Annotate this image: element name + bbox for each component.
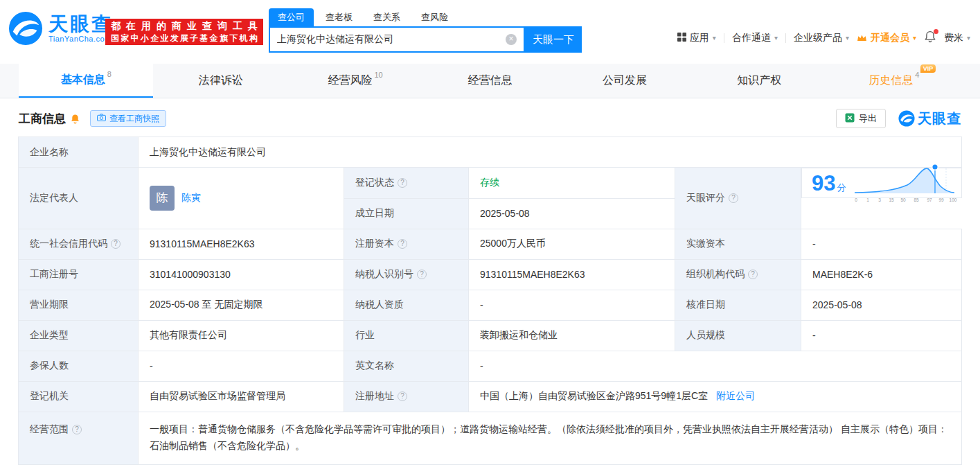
logo-domain-text: TianYanCha.com bbox=[48, 35, 113, 43]
help-icon[interactable]: ? bbox=[111, 239, 121, 249]
grid-icon bbox=[677, 33, 686, 44]
alert-bell-icon[interactable] bbox=[70, 114, 80, 124]
tianyancha-logo[interactable]: 天眼查 TianYanCha.com bbox=[8, 11, 113, 46]
export-button[interactable]: 导出 bbox=[836, 109, 886, 128]
tab-company-development[interactable]: 公司发展 bbox=[558, 64, 692, 98]
nav-partner-channel[interactable]: 合作通道 ▾ bbox=[732, 32, 778, 44]
nav-divider bbox=[724, 33, 724, 43]
staff-size-value: - bbox=[801, 320, 962, 351]
tianyancha-logo-icon bbox=[8, 11, 43, 46]
nav-vip-label: 开通会员 bbox=[871, 32, 909, 44]
search-input[interactable] bbox=[270, 34, 506, 45]
field-label: 经营范围? bbox=[19, 412, 139, 464]
tab-label: 法律诉讼 bbox=[199, 73, 243, 88]
tab-basic-info[interactable]: 基本信息8 bbox=[19, 64, 153, 98]
reg-address-value: 中国（上海）自由贸易试验区金沪路951号9幢1层C室 附近公司 bbox=[469, 381, 962, 412]
field-label: 参保人数 bbox=[19, 351, 139, 381]
table-row: 参保人数 - 英文名称 - bbox=[19, 351, 962, 381]
paid-capital-value: - bbox=[801, 229, 962, 259]
business-term-value: 2025-05-08 至 无固定期限 bbox=[139, 290, 344, 320]
tyc-score-cell[interactable]: 93分 0 1 3 15 50 85 bbox=[801, 168, 962, 198]
vip-badge: VIP bbox=[920, 64, 936, 73]
promo-banner-line1: 都在用的商业查询工具 bbox=[111, 20, 258, 33]
help-icon[interactable]: ? bbox=[398, 178, 407, 188]
help-icon[interactable]: ? bbox=[398, 239, 407, 249]
industry-value: 装卸搬运和仓储业 bbox=[469, 320, 675, 351]
section-header: 工商信息 查看工商快照 导出 天眼查 bbox=[19, 109, 961, 128]
legal-rep-link[interactable]: 陈寅 bbox=[181, 192, 201, 204]
tab-operation-risk[interactable]: 经营风险10 bbox=[288, 64, 422, 98]
nav-open-vip[interactable]: 开通会员 ▾ bbox=[857, 32, 916, 44]
field-label: 行业 bbox=[344, 320, 469, 351]
chevron-down-icon: ▾ bbox=[774, 34, 778, 42]
reg-status-value: 存续 bbox=[469, 168, 675, 199]
field-label: 纳税人识别号? bbox=[344, 259, 469, 290]
search-tab-relation[interactable]: 查关系 bbox=[364, 8, 409, 26]
credit-code-value: 91310115MAEH8E2K63 bbox=[139, 229, 344, 259]
field-label: 法定代表人 bbox=[19, 168, 139, 229]
tab-label: 经营风险 bbox=[328, 73, 372, 88]
tab-label: 经营信息 bbox=[467, 73, 512, 88]
insured-count-value: - bbox=[139, 351, 344, 381]
axis-tick: 85 bbox=[914, 197, 919, 202]
help-icon[interactable]: ? bbox=[72, 425, 82, 434]
promo-banner[interactable]: 都在用的商业查询工具 国家中小企业发展子基金旗下机构 bbox=[105, 19, 263, 45]
nav-divider bbox=[785, 33, 786, 43]
english-name-value: - bbox=[469, 351, 962, 381]
legal-rep-cell: 陈 陈寅 bbox=[139, 168, 344, 229]
table-row: 登记机关 自由贸易试验区市场监督管理局 注册地址? 中国（上海）自由贸易试验区金… bbox=[19, 381, 962, 412]
field-label: 纳税人资质 bbox=[344, 290, 469, 320]
header-nav: 应用 ▾ 合作通道 ▾ 企业级产品 ▾ 开通会员 ▾ 费米 ▾ bbox=[677, 30, 970, 45]
field-label: 组织机构代码? bbox=[675, 259, 801, 290]
tab-count: 8 bbox=[107, 70, 112, 78]
company-name-value: 上海贸化中达储运有限公司 bbox=[139, 137, 962, 168]
export-button-label: 导出 bbox=[859, 112, 877, 125]
nav-user-menu[interactable]: 费米 ▾ bbox=[944, 32, 970, 44]
tab-business-info[interactable]: 经营信息 bbox=[422, 64, 557, 98]
axis-tick: 1 bbox=[866, 197, 869, 202]
reg-authority-value: 自由贸易试验区市场监督管理局 bbox=[139, 381, 344, 412]
axis-tick: 50 bbox=[900, 197, 906, 202]
nav-enterprise-label: 企业级产品 bbox=[794, 32, 842, 44]
field-label: 人员规模 bbox=[675, 320, 801, 351]
help-icon[interactable]: ? bbox=[729, 193, 738, 203]
tab-intellectual-property[interactable]: 知识产权 bbox=[692, 64, 826, 98]
clear-search-icon[interactable]: × bbox=[506, 34, 517, 45]
tab-count: 10 bbox=[374, 71, 382, 79]
search-tab-risk[interactable]: 查风险 bbox=[412, 8, 457, 26]
approval-date-value: 2025-05-08 bbox=[801, 290, 962, 320]
search-tab-company[interactable]: 查公司 bbox=[269, 8, 314, 26]
nav-username: 费米 bbox=[944, 32, 963, 44]
notification-bell[interactable] bbox=[924, 30, 936, 45]
axis-tick: 99 bbox=[938, 197, 944, 202]
field-label: 营业期限 bbox=[19, 290, 139, 320]
tab-count: 4 bbox=[915, 71, 919, 79]
field-label: 英文名称 bbox=[344, 351, 469, 381]
search-button[interactable]: 天眼一下 bbox=[525, 26, 582, 53]
reg-capital-value: 25000万人民币 bbox=[469, 229, 675, 259]
tianyancha-logo-icon bbox=[898, 110, 915, 127]
axis-tick: 15 bbox=[889, 197, 894, 202]
table-row: 企业类型 其他有限责任公司 行业 装卸搬运和仓储业 人员规模 - bbox=[19, 320, 962, 351]
nav-enterprise-products[interactable]: 企业级产品 ▾ bbox=[794, 32, 849, 44]
taxpayer-quality-value: - bbox=[469, 290, 675, 320]
table-row: 法定代表人 陈 陈寅 登记状态? 存续 天眼评分? 93分 bbox=[19, 168, 962, 199]
notification-dot bbox=[934, 29, 938, 34]
nearby-companies-link[interactable]: 附近公司 bbox=[716, 390, 755, 401]
axis-tick: 100 bbox=[949, 197, 956, 202]
help-icon[interactable]: ? bbox=[417, 270, 427, 279]
help-icon[interactable]: ? bbox=[748, 270, 758, 279]
table-row: 经营范围? 一般项目：普通货物仓储服务（不含危险化学品等需许可审批的项目）；道路… bbox=[19, 412, 962, 464]
legal-rep-avatar[interactable]: 陈 bbox=[150, 186, 175, 211]
promo-banner-line2: 国家中小企业发展子基金旗下机构 bbox=[111, 33, 258, 44]
tab-legal-litigation[interactable]: 法律诉讼 bbox=[153, 64, 287, 98]
section-title: 工商信息 bbox=[19, 111, 66, 127]
score-distribution-chart: 0 1 3 15 50 85 97 99 100 bbox=[851, 161, 956, 204]
excel-icon bbox=[845, 113, 855, 125]
help-icon[interactable]: ? bbox=[398, 391, 407, 401]
view-snapshot-button[interactable]: 查看工商快照 bbox=[90, 110, 166, 127]
nav-apps[interactable]: 应用 ▾ bbox=[677, 32, 716, 44]
field-label: 企业类型 bbox=[19, 320, 139, 351]
search-tab-boss[interactable]: 查老板 bbox=[317, 8, 362, 26]
tab-history-info[interactable]: 历史信息 4 VIP bbox=[827, 64, 961, 98]
